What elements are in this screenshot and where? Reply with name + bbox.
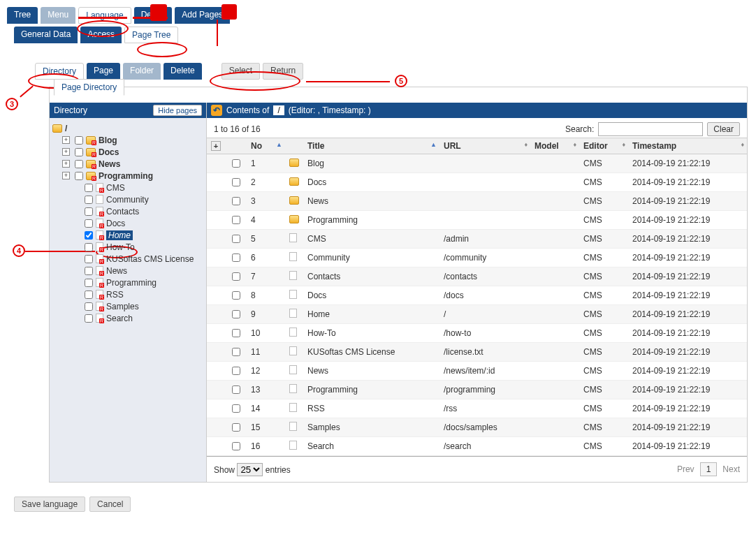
row-checkbox[interactable] — [232, 310, 240, 318]
row-checkbox[interactable] — [232, 272, 240, 281]
tab-general-data[interactable]: General Data — [14, 27, 78, 43]
table-row[interactable]: 9Home/CMS2014-09-19 21:22:19 — [207, 305, 747, 324]
tab-language[interactable]: Language — [78, 7, 131, 24]
tree-checkbox[interactable] — [85, 231, 93, 240]
table-row[interactable]: 10How-To/how-toCMS2014-09-19 21:22:19 — [207, 324, 747, 343]
row-checkbox[interactable] — [232, 159, 240, 168]
btn-cancel[interactable]: Cancel — [89, 497, 131, 512]
row-checkbox[interactable] — [232, 235, 240, 243]
tree-checkbox[interactable] — [75, 148, 83, 156]
tree-checkbox[interactable] — [75, 172, 83, 180]
btn-return[interactable]: Return — [263, 63, 303, 80]
tree-page[interactable]: Contacts — [106, 207, 139, 216]
btn-select[interactable]: Select — [221, 63, 260, 80]
row-checkbox[interactable] — [232, 197, 240, 205]
tree-checkbox[interactable] — [85, 184, 93, 192]
tab-page[interactable]: Page — [87, 63, 120, 80]
col-url[interactable]: URL — [444, 141, 461, 151]
table-row[interactable]: 8Docs/docsCMS2014-09-19 21:22:19 — [207, 286, 747, 305]
table-row[interactable]: 14RSS/rssCMS2014-09-19 21:22:19 — [207, 399, 747, 418]
tree-page[interactable]: Search — [106, 314, 133, 323]
search-input[interactable] — [598, 122, 703, 136]
table-row[interactable]: 13Programming/programmingCMS2014-09-19 2… — [207, 381, 747, 399]
table-row[interactable]: 5CMS/adminCMS2014-09-19 21:22:19 — [207, 230, 747, 249]
panel-tab-page-directory[interactable]: Page Directory — [54, 79, 124, 96]
back-icon[interactable]: ↶ — [211, 105, 222, 116]
tree-page[interactable]: Community — [106, 195, 149, 205]
tree-checkbox[interactable] — [85, 207, 93, 216]
col-model[interactable]: Model — [535, 141, 559, 151]
table-row[interactable]: 2DocsCMS2014-09-19 21:22:19 — [207, 173, 747, 192]
row-checkbox[interactable] — [232, 329, 240, 337]
tree-checkbox[interactable] — [85, 219, 93, 228]
table-row[interactable]: 15Samples/docs/samplesCMS2014-09-19 21:2… — [207, 418, 747, 437]
tab-directory[interactable]: Directory — [35, 63, 84, 80]
tree-checkbox[interactable] — [85, 302, 93, 311]
table-row[interactable]: 11KUSoftas CMS License/license.txtCMS201… — [207, 343, 747, 362]
row-checkbox[interactable] — [232, 423, 240, 432]
btn-hide-pages[interactable]: Hide pages — [153, 105, 202, 116]
row-checkbox[interactable] — [232, 291, 240, 300]
tree-folder[interactable]: News — [99, 159, 120, 169]
row-checkbox[interactable] — [232, 442, 240, 450]
btn-save-language[interactable]: Save language — [14, 497, 85, 512]
tree-page[interactable]: How-To — [106, 242, 135, 252]
tree-folder[interactable]: Docs — [99, 147, 119, 157]
expand-all-button[interactable]: + — [211, 141, 221, 151]
table-row[interactable]: 4ProgrammingCMS2014-09-19 21:22:19 — [207, 211, 747, 230]
tab-menu[interactable]: Menu — [41, 7, 75, 24]
tree-root[interactable]: / — [65, 124, 67, 133]
page-number[interactable]: 1 — [700, 462, 718, 476]
tree-checkbox[interactable] — [85, 196, 93, 204]
table-row[interactable]: 1BlogCMS2014-09-19 21:22:19 — [207, 154, 747, 173]
btn-clear[interactable]: Clear — [707, 122, 740, 136]
expand-icon[interactable]: + — [62, 160, 70, 168]
tab-access[interactable]: Access — [80, 27, 122, 43]
col-no[interactable]: No — [251, 141, 262, 151]
tree-page[interactable]: Docs — [106, 219, 125, 228]
row-checkbox[interactable] — [232, 178, 240, 186]
tree-checkbox[interactable] — [85, 279, 93, 287]
tree-page[interactable]: Programming — [106, 278, 157, 288]
expand-icon[interactable]: + — [62, 148, 70, 156]
prev-button[interactable]: Prev — [677, 464, 695, 474]
tab-delete2[interactable]: Delete — [163, 63, 202, 80]
page-icon — [96, 266, 103, 275]
row-checkbox[interactable] — [232, 216, 240, 224]
expand-icon[interactable]: + — [62, 136, 70, 144]
row-checkbox[interactable] — [232, 404, 240, 413]
page-size-select[interactable]: 25 — [237, 463, 263, 476]
row-checkbox[interactable] — [232, 348, 240, 356]
tree-page[interactable]: CMS — [106, 183, 125, 193]
table-row[interactable]: 3NewsCMS2014-09-19 21:22:19 — [207, 192, 747, 211]
tree-folder[interactable]: Programming — [99, 171, 153, 181]
tab-folder[interactable]: Folder — [123, 63, 161, 80]
table-row[interactable]: 16Search/searchCMS2014-09-19 21:22:19 — [207, 437, 747, 456]
tree-page[interactable]: KUSoftas CMS License — [106, 254, 194, 264]
expand-icon[interactable]: + — [62, 172, 70, 179]
table-row[interactable]: 7Contacts/contactsCMS2014-09-19 21:22:19 — [207, 267, 747, 286]
row-checkbox[interactable] — [232, 253, 240, 262]
table-row[interactable]: 6Community/communityCMS2014-09-19 21:22:… — [207, 249, 747, 267]
tree-folder[interactable]: Blog — [99, 135, 117, 145]
tree-checkbox[interactable] — [75, 136, 83, 145]
col-timestamp[interactable]: Timestamp — [632, 141, 676, 151]
tree-checkbox[interactable] — [75, 160, 83, 168]
tree-checkbox[interactable] — [85, 255, 93, 263]
row-checkbox[interactable] — [232, 385, 240, 394]
tree-page[interactable]: Home — [106, 230, 133, 240]
table-row[interactable]: 12News/news/item/:idCMS2014-09-19 21:22:… — [207, 362, 747, 381]
tab-page-tree[interactable]: Page Tree — [124, 27, 178, 43]
next-button[interactable]: Next — [722, 464, 740, 474]
tree-checkbox[interactable] — [85, 267, 93, 275]
row-checkbox[interactable] — [232, 367, 240, 375]
tab-tree[interactable]: Tree — [7, 7, 38, 24]
col-editor[interactable]: Editor — [583, 141, 608, 151]
tree-checkbox[interactable] — [85, 314, 93, 323]
tree-checkbox[interactable] — [85, 243, 93, 251]
tree-checkbox[interactable] — [85, 291, 93, 299]
tree-page[interactable]: News — [106, 266, 127, 276]
col-title[interactable]: Title — [307, 141, 324, 151]
tree-page[interactable]: Samples — [106, 302, 139, 311]
tree-page[interactable]: RSS — [106, 290, 124, 300]
